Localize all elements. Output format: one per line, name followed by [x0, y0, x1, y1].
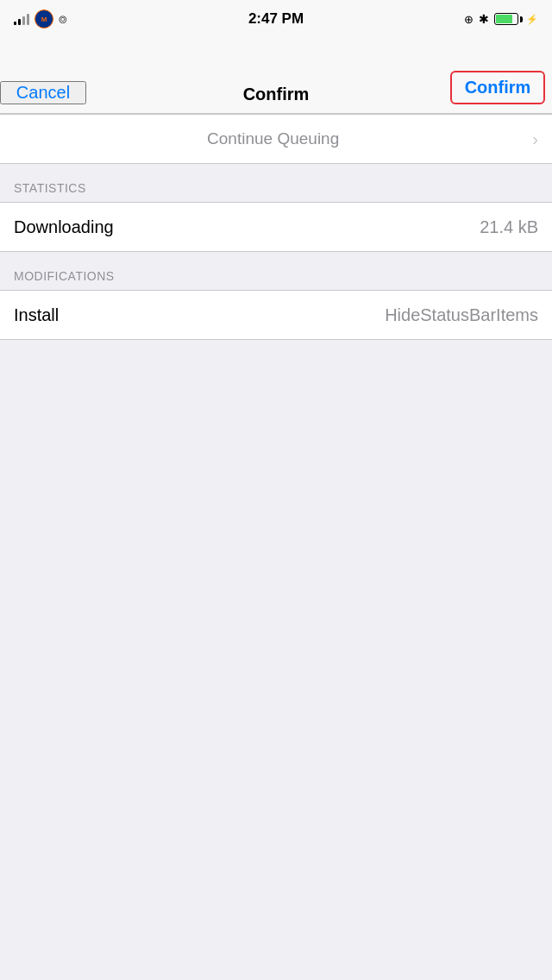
- install-value: HideStatusBarItems: [385, 305, 538, 325]
- status-right: ⊕ ✱ ⚡: [464, 12, 538, 26]
- continue-queuing-row[interactable]: Continue Queuing ›: [0, 114, 552, 164]
- status-bar: M ⌾ 2:47 PM ⊕ ✱ ⚡: [0, 0, 552, 38]
- modifications-header: MODIFICATIONS: [0, 252, 552, 290]
- navigation-bar: Cancel Confirm Confirm: [0, 38, 552, 114]
- install-label: Install: [14, 305, 59, 325]
- charge-icon: ⚡: [526, 14, 538, 25]
- statistics-header: STATISTICS: [0, 164, 552, 202]
- status-left: M ⌾: [14, 9, 67, 28]
- bluetooth-icon: ✱: [479, 12, 489, 26]
- cancel-button[interactable]: Cancel: [0, 81, 86, 104]
- continue-queuing-label: Continue Queuing: [14, 129, 532, 148]
- battery-tip: [520, 16, 523, 22]
- content-area: Continue Queuing › STATISTICS Downloadin…: [0, 114, 552, 340]
- signal-bars: [14, 13, 29, 25]
- battery-indicator: ⚡: [494, 13, 538, 25]
- battery-fill: [496, 15, 512, 23]
- confirm-button[interactable]: Confirm: [450, 71, 545, 104]
- lock-rotation-icon: ⊕: [464, 13, 474, 26]
- chevron-right-icon: ›: [532, 129, 538, 149]
- statistics-section: Downloading 21.4 kB: [0, 202, 552, 252]
- table-row: Install HideStatusBarItems: [0, 291, 552, 339]
- table-row: Downloading 21.4 kB: [0, 203, 552, 251]
- status-time: 2:47 PM: [248, 10, 304, 28]
- carrier-icon: M: [34, 9, 53, 28]
- battery-body: [494, 13, 518, 25]
- downloading-label: Downloading: [14, 217, 114, 237]
- nav-title: Confirm: [243, 85, 310, 104]
- wifi-icon: ⌾: [59, 11, 67, 27]
- downloading-value: 21.4 kB: [480, 217, 538, 237]
- modifications-section: Install HideStatusBarItems: [0, 290, 552, 340]
